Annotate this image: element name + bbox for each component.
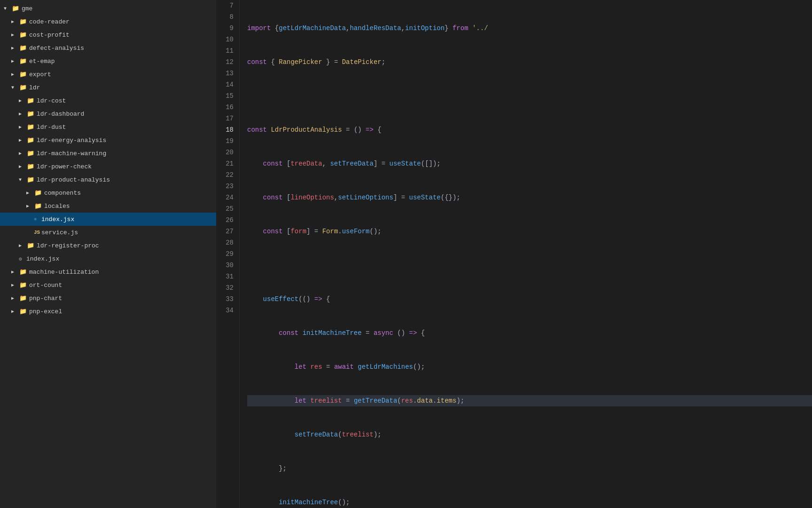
- folder-icon: 📁: [19, 294, 27, 302]
- line-num-21: 21: [216, 158, 234, 169]
- folder-icon: 📁: [19, 44, 27, 52]
- sidebar-item-label: defect-analysis: [29, 45, 216, 52]
- line-num-29: 29: [216, 248, 234, 260]
- line-num-11: 11: [216, 45, 234, 56]
- code-line-13: const [form] = Form.useForm();: [247, 226, 812, 237]
- sidebar-item-locales[interactable]: ▶ 📁 locales: [0, 199, 216, 213]
- folder-icon: 📁: [34, 202, 42, 210]
- sidebar-item-label: pnp-excel: [29, 308, 216, 315]
- sidebar-item-label: machine-utilization: [29, 269, 216, 276]
- line-num-31: 31: [216, 271, 234, 282]
- sidebar-item-label: ldr: [29, 84, 216, 91]
- folder-icon: 📁: [11, 5, 20, 12]
- folder-icon: 📁: [26, 136, 35, 144]
- arrow-icon: ⚛: [34, 216, 41, 222]
- arrow-icon: ▶: [19, 124, 26, 130]
- sidebar-item-defect-analysis[interactable]: ▶ 📁 defect-analysis: [0, 41, 216, 55]
- sidebar-item-ldr-machine-warning[interactable]: ▶ 📁 ldr-machine-warning: [0, 147, 216, 160]
- code-line-8: const { RangePicker } = DatePicker;: [247, 56, 812, 68]
- arrow-icon: ▶: [11, 282, 19, 288]
- sidebar-item-export[interactable]: ▶ 📁 export: [0, 68, 216, 81]
- sidebar-item-index-jsx[interactable]: ⚛ index.jsx: [0, 213, 216, 226]
- sidebar-item-label: pnp-chart: [29, 295, 216, 302]
- sidebar-item-ldr-product-analysis[interactable]: ▼ 📁 ldr-product-analysis: [0, 173, 216, 186]
- code-line-7: import {getLdrMachineData,handleResData,…: [247, 23, 812, 34]
- sidebar-item-ldr-power-check[interactable]: ▶ 📁 ldr-power-check: [0, 160, 216, 173]
- code-line-9: [247, 90, 812, 102]
- line-num-10: 10: [216, 34, 234, 45]
- sidebar-item-ldr-dashboard[interactable]: ▶ 📁 ldr-dashboard: [0, 107, 216, 120]
- arrow-icon: ▶: [11, 71, 19, 77]
- line-num-15: 15: [216, 90, 234, 102]
- sidebar-item-label: code-reader: [29, 18, 216, 25]
- folder-icon: 📁: [19, 31, 27, 39]
- arrow-icon: ▶: [19, 98, 26, 103]
- folder-icon: 📁: [19, 268, 27, 276]
- arrow-icon: ▶: [19, 111, 26, 117]
- line-num-12: 12: [216, 56, 234, 68]
- file-explorer: ▼ 📁 gme ▶ 📁 code-reader ▶ 📁 cost-profit …: [0, 0, 216, 508]
- code-editor[interactable]: 7 8 9 10 11 12 13 14 15 16 17 18 19 20 2…: [216, 0, 812, 508]
- sidebar-item-ldr-cost[interactable]: ▶ 📁 ldr-cost: [0, 94, 216, 107]
- arrow-icon: ▶: [11, 45, 19, 51]
- sidebar-item-ldr-energy-analysis[interactable]: ▶ 📁 ldr-energy-analysis: [0, 134, 216, 147]
- code-line-10: const LdrProductAnalysis = () => {: [247, 124, 812, 135]
- sidebar-item-label: ldr-dashboard: [37, 111, 216, 118]
- arrow-icon: JS: [34, 230, 41, 235]
- sidebar-item-label: ldr-product-analysis: [37, 176, 216, 183]
- code-line-19: setTreeData(treelist);: [247, 429, 812, 440]
- code-line-17: let res = await getLdrMachines();: [247, 361, 812, 373]
- sidebar-item-label: et-emap: [29, 58, 216, 65]
- code-line-18: let treelist = getTreeData(res.data.item…: [247, 395, 812, 406]
- arrow-icon: ▼: [19, 177, 26, 183]
- sidebar-item-components[interactable]: ▶ 📁 components: [0, 186, 216, 199]
- line-num-23: 23: [216, 181, 234, 192]
- folder-icon: 📁: [26, 242, 35, 249]
- sidebar-item-ldr[interactable]: ▼ 📁 ldr: [0, 81, 216, 94]
- sidebar-item-label: ldr-power-check: [37, 163, 216, 170]
- arrow-icon: ⚙: [19, 256, 26, 262]
- arrow-icon: ▶: [26, 203, 34, 209]
- arrow-icon: ▶: [11, 295, 19, 301]
- line-num-19: 19: [216, 135, 234, 147]
- sidebar-item-index-jsx-root[interactable]: ⚙ index.jsx: [0, 252, 216, 265]
- sidebar-item-code-reader[interactable]: ▶ 📁 code-reader: [0, 15, 216, 28]
- sidebar-item-label: ldr-cost: [37, 97, 216, 104]
- line-num-24: 24: [216, 192, 234, 203]
- sidebar-item-ldr-dust[interactable]: ▶ 📁 ldr-dust: [0, 120, 216, 134]
- sidebar-item-gme[interactable]: ▼ 📁 gme: [0, 2, 216, 15]
- sidebar-item-service-js[interactable]: JS service.js: [0, 226, 216, 239]
- sidebar-item-label: export: [29, 71, 216, 78]
- folder-icon: 📁: [26, 97, 35, 104]
- folder-icon: 📁: [19, 57, 27, 65]
- folder-icon: 📁: [19, 84, 27, 91]
- folder-icon: 📁: [26, 123, 35, 131]
- sidebar-item-label: ldr-dust: [37, 124, 216, 131]
- line-num-13: 13: [216, 68, 234, 79]
- folder-icon: 📁: [19, 18, 27, 25]
- sidebar-item-ldr-register-proc[interactable]: ▶ 📁 ldr-register-proc: [0, 239, 216, 252]
- arrow-icon: ▼: [4, 6, 11, 11]
- sidebar-item-cost-profit[interactable]: ▶ 📁 cost-profit: [0, 28, 216, 41]
- folder-icon: 📁: [19, 308, 27, 315]
- folder-icon: 📁: [19, 71, 27, 78]
- code-line-20: };: [247, 463, 812, 474]
- sidebar-item-pnp-chart[interactable]: ▶ 📁 pnp-chart: [0, 292, 216, 305]
- line-num-22: 22: [216, 169, 234, 181]
- code-line-16: const initMachineTree = async () => {: [247, 327, 812, 339]
- code-line-14: [247, 260, 812, 271]
- line-num-33: 33: [216, 294, 234, 305]
- line-num-20: 20: [216, 147, 234, 158]
- arrow-icon: ▶: [26, 190, 34, 196]
- sidebar-item-machine-utilization[interactable]: ▶ 📁 machine-utilization: [0, 265, 216, 278]
- sidebar-item-pnp-excel[interactable]: ▶ 📁 pnp-excel: [0, 305, 216, 318]
- line-num-7: 7: [216, 0, 234, 11]
- line-numbers: 7 8 9 10 11 12 13 14 15 16 17 18 19 20 2…: [216, 0, 240, 508]
- sidebar-item-label: cost-profit: [29, 32, 216, 39]
- line-num-30: 30: [216, 260, 234, 271]
- sidebar-item-ort-count[interactable]: ▶ 📁 ort-count: [0, 278, 216, 292]
- arrow-icon: ▶: [19, 151, 26, 156]
- sidebar-item-label: gme: [22, 5, 216, 12]
- sidebar-item-et-emap[interactable]: ▶ 📁 et-emap: [0, 55, 216, 68]
- arrow-icon: ▼: [11, 85, 19, 90]
